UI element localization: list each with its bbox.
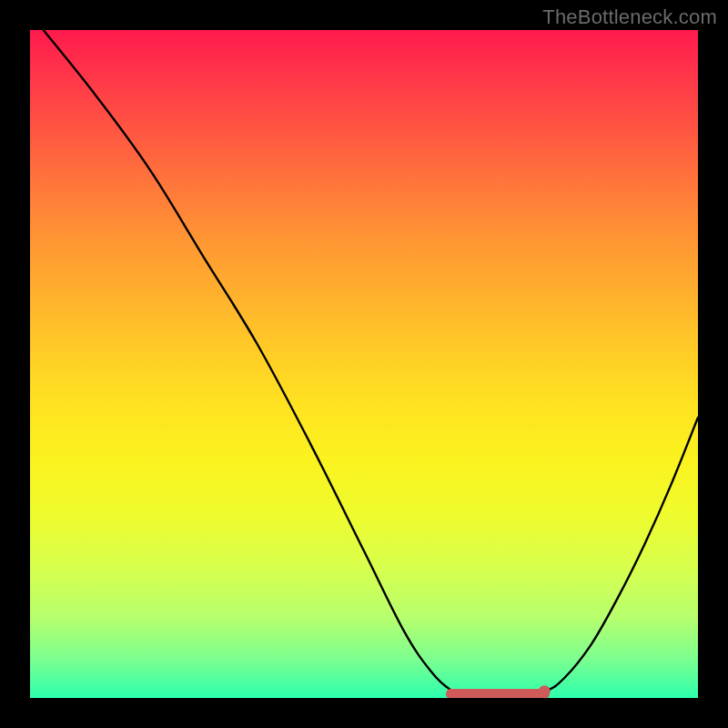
chart-curve: [44, 30, 698, 696]
chart-plot-area: [30, 30, 698, 698]
watermark: TheBottleneck.com: [542, 5, 717, 29]
chart-svg: [30, 30, 698, 698]
chart-flat-region-end-dot: [539, 685, 551, 697]
